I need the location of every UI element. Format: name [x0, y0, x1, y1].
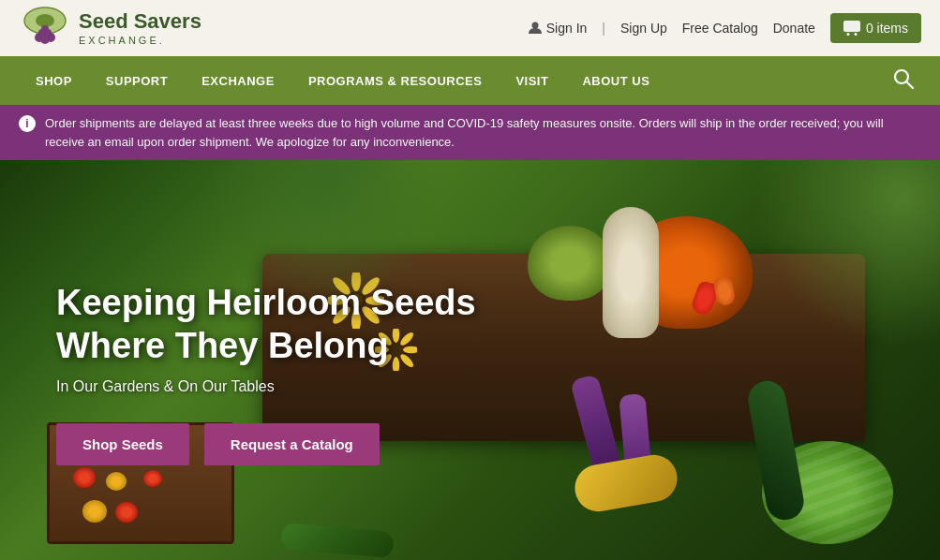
top-actions: Sign In | Sign Up Free Catalog Donate 0 …	[528, 13, 921, 43]
hero-title-line2: Where They Belong	[56, 326, 389, 365]
free-catalog-link[interactable]: Free Catalog	[682, 21, 758, 36]
tomato-6	[82, 500, 107, 523]
hero-section: Keeping Heirloom Seeds Where They Belong…	[0, 160, 940, 560]
cart-button[interactable]: 0 items	[830, 13, 921, 43]
nav-items: SHOP SUPPORT EXCHANGE PROGRAMS & RESOURC…	[19, 56, 886, 105]
svg-point-11	[854, 33, 857, 36]
logo[interactable]: Seed Savers EXCHANGE.	[19, 2, 201, 54]
squash-yellow	[571, 451, 680, 515]
hero-subtitle: In Our Gardens & On Our Tables	[56, 378, 476, 395]
hero-buttons: Shop Seeds Request a Catalog	[56, 423, 476, 465]
cart-icon	[843, 21, 860, 36]
brand-name: Seed Savers	[79, 9, 201, 34]
nav-programs[interactable]: PROGRAMS & RESOURCES	[291, 56, 500, 105]
svg-line-13	[906, 81, 913, 88]
tomato-4	[106, 472, 127, 491]
shop-seeds-button[interactable]: Shop Seeds	[56, 423, 189, 465]
logo-text: Seed Savers EXCHANGE.	[79, 9, 201, 47]
brand-sub: EXCHANGE.	[79, 35, 201, 47]
tomato-5	[143, 470, 162, 487]
svg-point-8	[531, 22, 538, 29]
top-bar: Seed Savers EXCHANGE. Sign In | Sign Up …	[0, 0, 940, 56]
sign-in-label: Sign In	[546, 21, 588, 36]
divider: |	[602, 21, 605, 36]
nav-about[interactable]: ABOUT US	[565, 56, 666, 105]
sign-in-link[interactable]: Sign In	[528, 21, 588, 36]
cart-count: 0 items	[866, 21, 908, 36]
person-icon	[528, 21, 543, 36]
svg-rect-9	[843, 21, 860, 32]
svg-point-7	[41, 25, 49, 33]
svg-point-1	[36, 14, 54, 27]
search-svg	[893, 68, 914, 89]
hero-title: Keeping Heirloom Seeds Where They Belong	[56, 282, 476, 367]
gourd-white	[603, 207, 659, 338]
nav-support[interactable]: SUPPORT	[89, 56, 185, 105]
request-catalog-button[interactable]: Request a Catalog	[204, 423, 380, 465]
search-icon[interactable]	[886, 61, 921, 101]
tomato-3	[73, 467, 96, 488]
sign-up-link[interactable]: Sign Up	[620, 21, 667, 36]
hero-content: Keeping Heirloom Seeds Where They Belong…	[56, 282, 476, 465]
alert-banner: i Order shipments are delayed at least t…	[0, 105, 940, 160]
zucchini-bottom	[280, 523, 395, 558]
donate-link[interactable]: Donate	[773, 21, 815, 36]
alert-text: Order shipments are delayed at least thr…	[45, 114, 921, 151]
svg-point-10	[846, 33, 849, 36]
nav-exchange[interactable]: EXCHANGE	[185, 56, 291, 105]
logo-icon	[19, 2, 71, 54]
nav-bar: SHOP SUPPORT EXCHANGE PROGRAMS & RESOURC…	[0, 56, 940, 105]
tomato-7	[115, 502, 138, 523]
nav-visit[interactable]: VISIT	[499, 56, 565, 105]
pumpkin-green	[528, 226, 612, 301]
hero-title-line1: Keeping Heirloom Seeds	[56, 283, 476, 322]
nav-shop[interactable]: SHOP	[19, 56, 89, 105]
alert-icon: i	[19, 115, 36, 132]
